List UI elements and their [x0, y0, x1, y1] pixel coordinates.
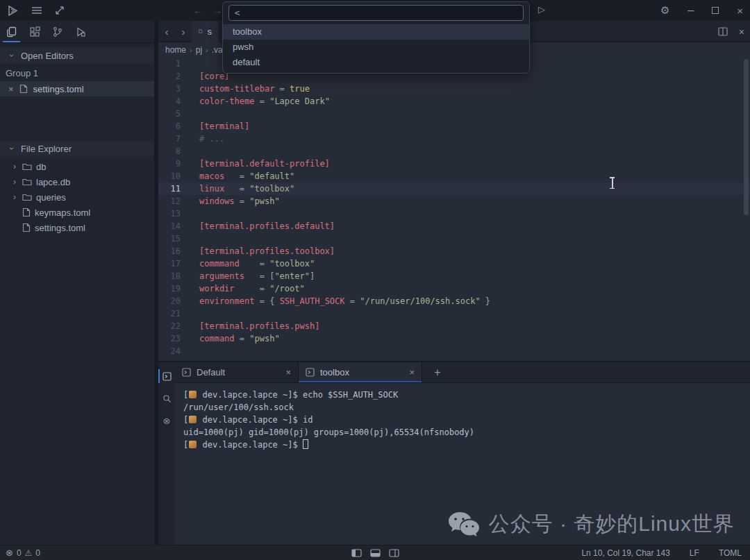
code-line[interactable]: 5 [158, 108, 750, 120]
palette-item-default[interactable]: default [223, 55, 529, 70]
files-panel-icon[interactable] [0, 21, 23, 42]
file-explorer-header[interactable]: › File Explorer [0, 141, 154, 156]
back-chevron-icon[interactable]: ‹ [158, 26, 175, 37]
terminal-cursor [303, 439, 308, 449]
code-line-content: command = "pwsh" [186, 332, 280, 345]
palette-item-pwsh[interactable]: pwsh [223, 40, 529, 55]
terminal-icon [306, 368, 315, 377]
run-icon[interactable]: ▷ [538, 4, 545, 15]
code-line[interactable]: 6[terminal] [158, 120, 750, 133]
code-line[interactable]: 14[terminal.profiles.default] [158, 220, 750, 232]
code-line[interactable]: 18arguments = ["enter"] [158, 270, 750, 282]
code-line-content: environment = { SSH_AUTH_SOCK = "/run/us… [186, 295, 490, 307]
code-line-content: windows = "pwsh" [186, 195, 280, 207]
code-line-content: [terminal.profiles.toolbox] [186, 245, 335, 257]
explorer-item-queries[interactable]: ›queries [0, 189, 154, 205]
explorer-item-db[interactable]: ›db [0, 159, 154, 174]
open-editors-header[interactable]: › Open Editors [0, 48, 154, 63]
terminal-line: uid=1000(pj) gid=1000(pj) groups=1000(pj… [183, 426, 750, 439]
code-line[interactable]: 24 [158, 345, 750, 357]
code-line[interactable]: 11linux = "toolbox" [158, 183, 750, 195]
line-number: 5 [158, 108, 186, 120]
terminal-tab-label: toolbox [320, 367, 403, 377]
palette-item-toolbox[interactable]: toolbox [223, 24, 529, 40]
line-number: 11 [158, 183, 186, 195]
code-line[interactable]: 15 [158, 232, 750, 245]
settings-gear-icon[interactable]: ⚙ [660, 4, 669, 17]
line-number: 20 [158, 295, 186, 307]
code-line-content: commmand = "toolbox" [186, 257, 315, 270]
close-icon[interactable]: × [409, 367, 415, 377]
minimize-button[interactable]: – [688, 4, 694, 17]
open-editors-label: Open Editors [21, 51, 74, 61]
code-line-content: arguments = ["enter"] [186, 270, 315, 282]
mouse-ibeam-cursor [609, 177, 615, 189]
plugins-panel-icon[interactable] [23, 21, 46, 42]
code-line[interactable]: 10macos = "default" [158, 170, 750, 183]
remote-connection-icon[interactable] [55, 6, 65, 15]
code-line[interactable]: 4color-theme = "Lapce Dark" [158, 95, 750, 108]
toggle-right-panel-icon[interactable] [389, 549, 399, 557]
explorer-item-lapce.db[interactable]: ›lapce.db [0, 174, 154, 189]
folder-icon [22, 193, 32, 201]
toggle-bottom-panel-icon[interactable] [370, 549, 381, 557]
menu-icon[interactable] [31, 6, 42, 15]
back-arrow-icon[interactable]: ← [193, 5, 203, 16]
close-icon[interactable]: × [8, 84, 14, 94]
source-control-panel-icon[interactable] [46, 21, 69, 42]
code-line-content: [terminal.default-profile] [186, 158, 330, 170]
line-number: 16 [158, 245, 186, 257]
open-editor-item-settings.toml[interactable]: ×settings.toml [0, 81, 154, 96]
close-editor-icon[interactable]: × [739, 26, 744, 37]
terminal-panel-icon[interactable] [158, 365, 175, 387]
terminal-line: [ dev.lapce.lapce ~]$ echo $SSH_AUTH_SOC… [183, 389, 750, 401]
breadcrumb-segment[interactable]: pj [196, 45, 202, 55]
code-line[interactable]: 21 [158, 307, 750, 320]
explorer-item-label: lapce.db [36, 177, 70, 187]
debug-panel-icon[interactable] [69, 21, 92, 42]
forward-chevron-icon[interactable]: › [175, 26, 192, 37]
code-line-content: [terminal.profiles.pwsh] [186, 320, 319, 332]
code-line[interactable]: 9[terminal.default-profile] [158, 158, 750, 170]
code-line-content: color-theme = "Lapce Dark" [186, 95, 330, 108]
problems-panel-icon[interactable]: ⊗ [158, 409, 175, 432]
explorer-item-settings.toml[interactable]: settings.toml [0, 220, 154, 235]
palette-input[interactable]: < [228, 5, 524, 21]
file-icon [199, 26, 203, 36]
maximize-button[interactable] [712, 7, 719, 14]
terminal-tab-toolbox[interactable]: toolbox× [299, 362, 422, 382]
explorer-item-keymaps.toml[interactable]: keymaps.toml [0, 205, 154, 220]
new-terminal-button[interactable]: + [422, 362, 453, 382]
line-number: 10 [158, 170, 186, 183]
search-panel-icon[interactable] [158, 387, 175, 409]
line-number: 24 [158, 345, 186, 357]
editor-tab-settings-toml[interactable]: s [192, 21, 219, 42]
code-line[interactable]: 8 [158, 145, 750, 158]
code-line[interactable]: 22[terminal.profiles.pwsh] [158, 320, 750, 332]
sidebar: › Open Editors Group 1 ×settings.toml › … [0, 21, 154, 545]
code-line[interactable]: 17commmand = "toolbox" [158, 257, 750, 270]
code-line[interactable]: 23command = "pwsh" [158, 332, 750, 345]
code-line-content [186, 145, 199, 158]
breadcrumb-segment[interactable]: .va [212, 45, 223, 55]
forward-arrow-icon[interactable]: → [212, 5, 222, 16]
code-line[interactable]: 7# ... [158, 133, 750, 145]
editor-scrollbar[interactable] [744, 59, 749, 215]
code-line[interactable]: 16[terminal.profiles.toolbox] [158, 245, 750, 257]
split-editor-icon[interactable] [718, 27, 728, 36]
close-button[interactable]: × [737, 5, 743, 17]
close-icon[interactable]: × [285, 367, 291, 377]
line-number: 17 [158, 257, 186, 270]
breadcrumb-segment[interactable]: home [165, 45, 186, 55]
code-line[interactable]: 12windows = "pwsh" [158, 195, 750, 207]
code-line-content: custom-titlebar = true [186, 83, 310, 95]
code-line[interactable]: 20environment = { SSH_AUTH_SOCK = "/run/… [158, 295, 750, 307]
code-line[interactable]: 19workdir = "/root" [158, 282, 750, 295]
code-line[interactable]: 3custom-titlebar = true [158, 83, 750, 95]
code-line[interactable]: 13 [158, 207, 750, 220]
terminal-tab-Default[interactable]: Default× [175, 362, 299, 382]
editor-tab-label: s [208, 26, 212, 37]
code-view[interactable]: 12[core]3custom-titlebar = true4color-th… [158, 57, 750, 357]
toggle-left-panel-icon[interactable] [351, 549, 362, 557]
editor-group-label: Group 1 [0, 66, 154, 81]
